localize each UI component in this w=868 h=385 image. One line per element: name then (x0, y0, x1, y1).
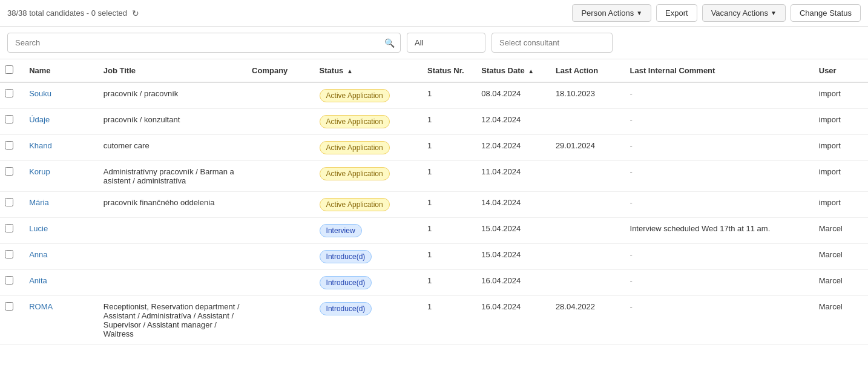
row-checkbox[interactable] (5, 198, 13, 206)
candidates-table: Name Job Title Company Status ▲ Status N… (0, 59, 868, 345)
candidate-company (247, 218, 315, 244)
export-button[interactable]: Export (656, 4, 697, 22)
change-status-button[interactable]: Change Status (791, 4, 861, 22)
candidate-name-link[interactable]: Údaje (29, 115, 50, 124)
status-badge: Introduce(d) (320, 276, 372, 289)
candidate-user: import (814, 192, 868, 218)
candidate-comment: Interview scheduled Wed 17th at 11 am. (625, 218, 814, 244)
chevron-down-icon: ▼ (771, 10, 777, 16)
candidate-status: Active Application (315, 192, 422, 218)
candidate-name-link[interactable]: Mária (29, 198, 49, 207)
candidate-name-link[interactable]: Anna (29, 250, 47, 259)
search-input[interactable] (7, 33, 401, 53)
candidate-statusdate: 16.04.2024 (476, 270, 551, 296)
table-row: KorupAdministratívny pracovník / Barman … (0, 161, 868, 192)
header-statusnr[interactable]: Status Nr. (422, 59, 476, 82)
candidate-statusnr: 1 (422, 296, 476, 345)
table-row: LucieInterview115.04.2024Interview sched… (0, 218, 868, 244)
row-checkbox[interactable] (5, 115, 13, 123)
status-badge: Active Application (320, 141, 390, 154)
candidate-statusnr: 1 (422, 161, 476, 192)
candidate-company (247, 135, 315, 161)
row-checkbox[interactable] (5, 167, 13, 176)
header-status[interactable]: Status ▲ (315, 59, 422, 82)
header-statusdate[interactable]: Status Date ▲ (476, 59, 551, 82)
candidate-name-link[interactable]: Lucie (29, 224, 48, 233)
candidate-jobtitle: Administratívny pracovník / Barman a asi… (99, 161, 247, 192)
consultant-filter-input[interactable] (492, 33, 613, 53)
vacancy-actions-button[interactable]: Vacancy Actions ▼ (702, 4, 786, 22)
header-user[interactable]: User (814, 59, 868, 82)
row-checkbox[interactable] (5, 276, 13, 285)
candidate-lastaction (551, 192, 625, 218)
header-jobtitle[interactable]: Job Title (99, 59, 247, 82)
candidate-statusdate: 15.04.2024 (476, 218, 551, 244)
candidate-jobtitle: pracovník / konzultant (99, 109, 247, 135)
candidate-statusdate: 08.04.2024 (476, 82, 551, 109)
candidate-comment: - (625, 270, 814, 296)
candidate-name-link[interactable]: Anita (29, 276, 47, 285)
candidate-statusnr: 1 (422, 82, 476, 109)
search-wrapper: 🔍 (7, 33, 401, 53)
dash: - (630, 250, 633, 259)
row-checkbox[interactable] (5, 302, 13, 311)
candidate-jobtitle (99, 270, 247, 296)
status-badge: Active Application (320, 167, 390, 180)
row-checkbox[interactable] (5, 250, 13, 258)
candidate-comment: - (625, 109, 814, 135)
candidate-jobtitle: cutomer care (99, 135, 247, 161)
candidate-name-link[interactable]: Khand (29, 141, 52, 150)
candidates-summary: 38/38 total candidates - 0 selected (7, 8, 127, 18)
dash: - (630, 141, 633, 150)
candidate-comment: - (625, 161, 814, 192)
candidate-jobtitle: pracovník / pracovník (99, 82, 247, 109)
dash: - (630, 89, 633, 98)
header-name[interactable]: Name (24, 59, 99, 82)
top-bar: 38/38 total candidates - 0 selected ↻ Pe… (0, 0, 868, 27)
candidate-comment: - (625, 244, 814, 270)
table-row: Khandcutomer careActive Application112.0… (0, 135, 868, 161)
candidate-company (247, 109, 315, 135)
top-bar-right: Person Actions ▼ Export Vacancy Actions … (572, 4, 861, 22)
candidate-name-link[interactable]: Souku (29, 89, 51, 98)
candidate-status: Active Application (315, 135, 422, 161)
candidate-statusdate: 16.04.2024 (476, 296, 551, 345)
candidate-lastaction (551, 218, 625, 244)
candidate-name-link[interactable]: Korup (29, 167, 50, 176)
header-company[interactable]: Company (247, 59, 315, 82)
candidate-statusdate: 12.04.2024 (476, 135, 551, 161)
person-actions-button[interactable]: Person Actions ▼ (572, 4, 651, 22)
table-header-row: Name Job Title Company Status ▲ Status N… (0, 59, 868, 82)
candidate-lastaction (551, 109, 625, 135)
candidate-statusdate: 14.04.2024 (476, 192, 551, 218)
candidate-jobtitle (99, 218, 247, 244)
candidate-statusnr: 1 (422, 192, 476, 218)
candidate-name-link[interactable]: ROMA (29, 302, 53, 311)
row-checkbox[interactable] (5, 141, 13, 150)
candidate-comment: - (625, 135, 814, 161)
candidate-comment: - (625, 82, 814, 109)
candidate-status: Introduce(d) (315, 270, 422, 296)
status-badge: Introduce(d) (320, 250, 372, 263)
status-badge: Active Application (320, 198, 390, 211)
candidate-status: Introduce(d) (315, 296, 422, 345)
refresh-icon[interactable]: ↻ (132, 8, 139, 18)
row-checkbox[interactable] (5, 89, 13, 97)
table-row: ROMAReceptionist, Reservation department… (0, 296, 868, 345)
status-badge: Active Application (320, 115, 390, 128)
table-row: Máriapracovník finančného oddeleniaActiv… (0, 192, 868, 218)
candidate-lastaction: 18.10.2023 (551, 82, 625, 109)
header-comment[interactable]: Last Internal Comment (625, 59, 814, 82)
candidate-jobtitle: pracovník finančného oddelenia (99, 192, 247, 218)
search-bar: 🔍 (0, 27, 868, 59)
candidates-table-wrapper: Name Job Title Company Status ▲ Status N… (0, 59, 868, 345)
candidate-user: Marcel (814, 244, 868, 270)
header-lastaction[interactable]: Last Action (551, 59, 625, 82)
select-all-checkbox[interactable] (5, 65, 13, 74)
dash: - (630, 167, 633, 176)
dash: - (630, 302, 633, 311)
candidate-lastaction: 28.04.2022 (551, 296, 625, 345)
candidate-comment: - (625, 192, 814, 218)
row-checkbox[interactable] (5, 224, 13, 232)
filter-all-input[interactable] (407, 33, 485, 53)
